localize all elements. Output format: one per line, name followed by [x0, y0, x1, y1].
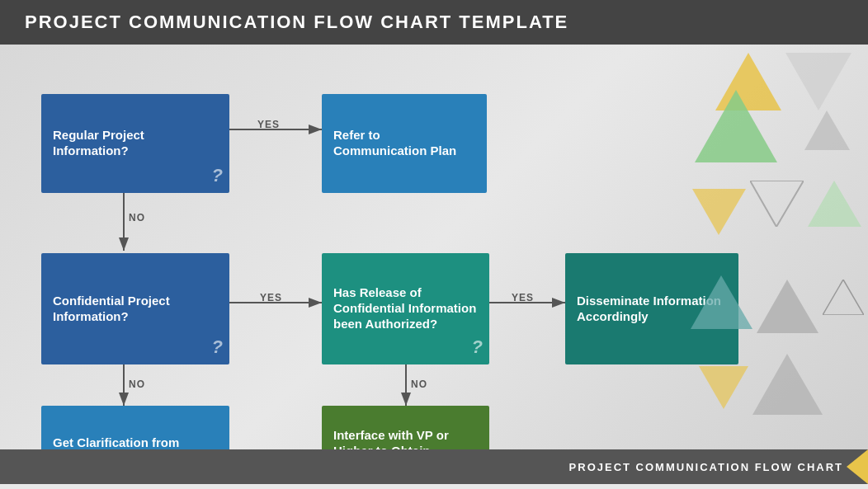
triangle-gray-big-bottom: [752, 354, 823, 415]
svg-marker-13: [808, 181, 861, 227]
yes-label-2: YES: [260, 292, 282, 303]
question-mark-2: ?: [212, 336, 223, 359]
flowchart: YES NO YES YES NO NO Regular Project Inf…: [17, 53, 693, 449]
svg-marker-11: [692, 189, 746, 235]
page-title: PROJECT COMMUNICATION FLOW CHART TEMPLAT…: [25, 12, 568, 32]
svg-marker-10: [804, 110, 850, 150]
triangle-green-large: [695, 90, 777, 162]
svg-marker-8: [785, 53, 851, 110]
triangle-gray-lower: [757, 280, 818, 333]
box-interface-vp: Interface with VP or Higher to Obtain Ap…: [322, 406, 489, 449]
svg-marker-9: [695, 90, 777, 162]
no-label-1: NO: [129, 212, 145, 223]
question-mark-3: ?: [472, 336, 483, 359]
box-confidential-project-info: Confidential Project Information? ?: [41, 253, 229, 364]
svg-marker-12: [750, 181, 804, 227]
triangle-yellow-mid: [692, 189, 746, 235]
footer-accent-triangle: [847, 449, 868, 484]
decorative-triangles: [686, 45, 868, 449]
box-has-release-authorized: Has Release of Confidential Information …: [322, 253, 489, 364]
footer: PROJECT COMMUNICATION FLOW CHART: [0, 449, 868, 484]
triangle-gray-small-1: [804, 110, 850, 150]
box-get-clarification: Get Clarification from Project Sponsor: [41, 406, 229, 449]
main-content: YES NO YES YES NO NO Regular Project Inf…: [0, 45, 868, 449]
yes-label-1: YES: [257, 119, 280, 130]
triangle-teal-lower: [691, 275, 752, 329]
no-label-2: NO: [129, 379, 145, 390]
triangle-gray-top-right: [785, 53, 851, 110]
question-mark-1: ?: [212, 164, 223, 187]
svg-marker-16: [823, 280, 864, 315]
triangle-gray-outline: [750, 181, 804, 227]
svg-marker-17: [699, 366, 748, 409]
box-regular-project-info: Regular Project Information? ?: [41, 94, 229, 193]
footer-title: PROJECT COMMUNICATION FLOW CHART: [569, 461, 843, 473]
svg-marker-18: [752, 354, 823, 415]
svg-marker-14: [691, 275, 752, 329]
triangle-yellow-bottom: [699, 366, 748, 409]
triangle-lightgreen-mid: [808, 181, 861, 227]
no-label-3: NO: [411, 379, 427, 390]
triangle-outline-lower: [823, 280, 864, 315]
svg-marker-15: [757, 280, 818, 333]
box-refer-comm-plan: Refer to Communication Plan: [322, 94, 487, 193]
yes-label-3: YES: [512, 292, 534, 303]
header: PROJECT COMMUNICATION FLOW CHART TEMPLAT…: [0, 0, 868, 45]
